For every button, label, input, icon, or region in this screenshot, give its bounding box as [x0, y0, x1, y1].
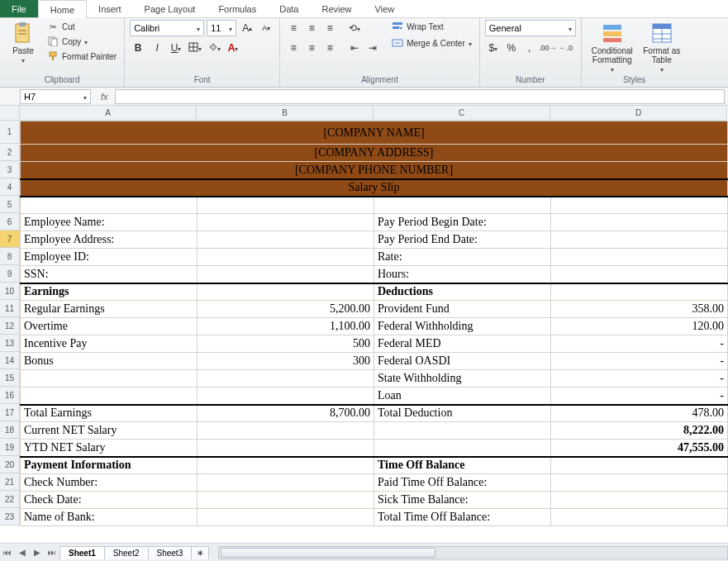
- align-right-button[interactable]: ≡: [321, 40, 338, 56]
- accounting-format-button[interactable]: $: [485, 40, 502, 56]
- cell[interactable]: 500: [197, 335, 374, 353]
- font-size-select[interactable]: 11: [207, 20, 236, 36]
- col-header-c[interactable]: C: [374, 106, 550, 121]
- cell[interactable]: -: [551, 353, 728, 370]
- company-name[interactable]: [COMPANY NAME]: [21, 121, 728, 145]
- tab-nav-prev[interactable]: ◀: [15, 545, 30, 560]
- cut-button[interactable]: ✂Cut: [45, 20, 119, 33]
- col-header-a[interactable]: A: [20, 106, 197, 121]
- time-off-header[interactable]: Time Off Balance: [374, 457, 551, 474]
- name-box[interactable]: H7: [20, 89, 91, 104]
- new-sheet-button[interactable]: ✳: [191, 546, 209, 559]
- bold-button[interactable]: B: [130, 40, 146, 56]
- cell[interactable]: [21, 197, 197, 214]
- orientation-button[interactable]: ⟲: [346, 20, 363, 36]
- cell[interactable]: [197, 387, 374, 405]
- increase-indent-button[interactable]: ⇥: [364, 40, 381, 56]
- cell[interactable]: YTD NET Salary: [21, 440, 197, 457]
- tab-data[interactable]: Data: [268, 0, 310, 17]
- number-format-select[interactable]: General: [485, 20, 576, 36]
- format-as-table-button[interactable]: Format as Table: [641, 20, 683, 74]
- cell[interactable]: Hours:: [374, 266, 551, 283]
- tab-insert[interactable]: Insert: [87, 0, 133, 17]
- sheet-tab-2[interactable]: Sheet2: [104, 546, 149, 559]
- cell[interactable]: [551, 231, 728, 249]
- cell[interactable]: Total Deduction: [374, 405, 551, 422]
- align-left-button[interactable]: ≡: [285, 40, 302, 56]
- row-header-21[interactable]: 21: [0, 473, 20, 491]
- cell[interactable]: Current NET Salary: [21, 422, 197, 440]
- cell[interactable]: [551, 283, 728, 301]
- row-header-17[interactable]: 17: [0, 404, 20, 421]
- tab-file[interactable]: File: [0, 0, 38, 17]
- row-header-19[interactable]: 19: [0, 439, 20, 456]
- cell[interactable]: Total Time Off Balance:: [374, 509, 551, 526]
- cell[interactable]: Check Date:: [21, 492, 197, 509]
- row-header-18[interactable]: 18: [0, 421, 20, 439]
- cell[interactable]: Federal Withholding: [374, 318, 551, 335]
- row-header-13[interactable]: 13: [0, 335, 20, 352]
- row-header-5[interactable]: 5: [0, 196, 20, 213]
- select-all-corner[interactable]: [0, 106, 20, 121]
- cell[interactable]: [197, 422, 374, 440]
- increase-font-button[interactable]: A▴: [239, 20, 255, 36]
- cell[interactable]: 1,100.00: [197, 318, 374, 335]
- row-header-11[interactable]: 11: [0, 300, 20, 317]
- comma-button[interactable]: ,: [521, 40, 538, 56]
- fx-icon[interactable]: fx: [101, 92, 108, 102]
- align-middle-button[interactable]: ≡: [303, 20, 320, 36]
- row-header-22[interactable]: 22: [0, 491, 20, 508]
- company-phone[interactable]: [COMPANY PHONE NUMBER]: [21, 162, 728, 179]
- cell[interactable]: 8,700.00: [197, 405, 374, 422]
- scrollbar-thumb[interactable]: [221, 548, 435, 558]
- current-net-value[interactable]: 8,222.00: [551, 422, 728, 440]
- tab-home[interactable]: Home: [38, 0, 87, 18]
- wrap-text-button[interactable]: Wrap Text: [389, 20, 474, 33]
- tab-nav-first[interactable]: ⏮: [0, 545, 15, 560]
- align-center-button[interactable]: ≡: [303, 40, 320, 56]
- cell[interactable]: Pay Period Begin Date:: [374, 214, 551, 231]
- cell[interactable]: [197, 509, 374, 526]
- cell[interactable]: [197, 474, 374, 492]
- cell[interactable]: [374, 422, 551, 440]
- align-top-button[interactable]: ≡: [285, 20, 302, 36]
- cell[interactable]: Federal MED: [374, 335, 551, 353]
- company-address[interactable]: [COMPANY ADDRESS]: [21, 145, 728, 162]
- cell[interactable]: [551, 474, 728, 492]
- decrease-font-button[interactable]: A▾: [258, 20, 274, 36]
- row-header-10[interactable]: 10: [0, 283, 20, 300]
- font-name-select[interactable]: Calibri: [130, 20, 204, 36]
- tab-view[interactable]: View: [364, 0, 407, 17]
- decrease-decimal-button[interactable]: ←.0: [558, 40, 574, 56]
- deductions-header[interactable]: Deductions: [374, 283, 551, 301]
- document-title[interactable]: Salary Slip: [21, 179, 728, 197]
- italic-button[interactable]: I: [149, 40, 165, 56]
- cell[interactable]: [197, 214, 374, 231]
- row-header-7[interactable]: 7: [0, 231, 20, 248]
- increase-decimal-button[interactable]: .00→: [540, 40, 556, 56]
- cell[interactable]: [21, 370, 197, 387]
- col-header-d[interactable]: D: [550, 106, 727, 121]
- cell[interactable]: Federal OASDI: [374, 353, 551, 370]
- cell[interactable]: [551, 197, 728, 214]
- cell[interactable]: [197, 231, 374, 249]
- cell[interactable]: [21, 387, 197, 405]
- decrease-indent-button[interactable]: ⇤: [346, 40, 363, 56]
- cell[interactable]: State Withholding: [374, 370, 551, 387]
- cell[interactable]: [197, 249, 374, 266]
- cell[interactable]: -: [551, 387, 728, 405]
- cell[interactable]: [551, 509, 728, 526]
- copy-button[interactable]: Copy: [45, 35, 119, 48]
- row-header-16[interactable]: 16: [0, 387, 20, 404]
- cell[interactable]: Pay Period End Date:: [374, 231, 551, 249]
- border-button[interactable]: [187, 40, 203, 56]
- cell[interactable]: Loan: [374, 387, 551, 405]
- cell[interactable]: [551, 249, 728, 266]
- cell[interactable]: [197, 266, 374, 283]
- row-header-2[interactable]: 2: [0, 144, 20, 161]
- percent-button[interactable]: %: [503, 40, 520, 56]
- cell[interactable]: 5,200.00: [197, 301, 374, 318]
- cell[interactable]: 478.00: [551, 405, 728, 422]
- cell[interactable]: Sick Time Balance:: [374, 492, 551, 509]
- row-header-8[interactable]: 8: [0, 248, 20, 265]
